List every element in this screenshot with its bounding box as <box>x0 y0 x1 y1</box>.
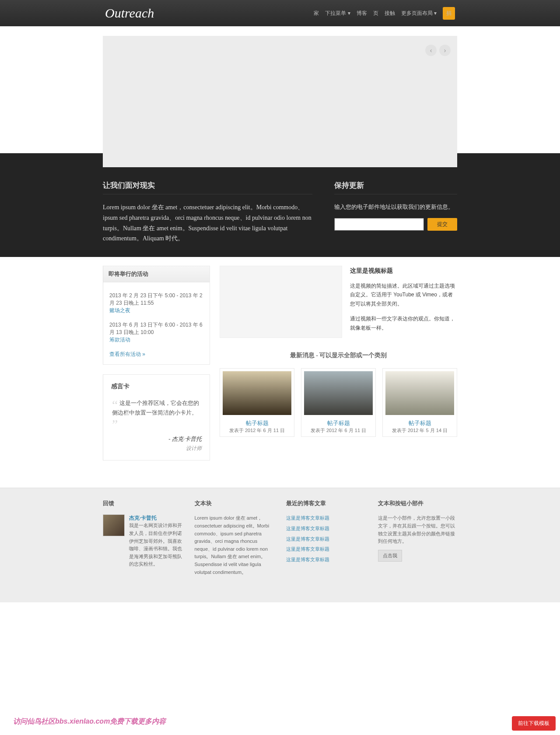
video-desc: 这是视频的简短描述。此区域可通过主题选项自定义。它适用于 YouTube 或 V… <box>350 281 457 308</box>
post-title-link[interactable]: 帖子标题 <box>409 420 431 426</box>
cta-section: 让我们面对现实 Lorem ipsum dolor 坐在 amet，consec… <box>0 153 560 257</box>
event-link[interactable]: 赌场之夜 <box>109 307 130 313</box>
nav-blog[interactable]: 博客 <box>357 10 367 17</box>
footer-heading: 文本块 <box>195 499 274 507</box>
testimonial-widget: 感言卡 “ 这是一个推荐区域，它会在您的侧边栏中放置一张简洁的小卡片。 ” - … <box>103 374 210 461</box>
event-time: 2013 年 6 月 13 日下午 6:00 - 2013 年 6 月 13 日… <box>109 321 203 336</box>
testimonial-role: 设计师 <box>111 445 202 452</box>
author-bio: 我是一名网页设计师和开发人员，目前住在伊利诺伊州芝加哥郊外。我喜欢咖啡、漫画书和… <box>129 522 182 568</box>
sidebar: 即将举行的活动 2013 年 2 月 23 日下午 5:00 - 2013 年 … <box>103 266 210 470</box>
video-desc: 通过视频和一些文字表达你的观点。你知道，就像老板一样。 <box>350 314 457 332</box>
hero-slider: ‹ › <box>103 36 457 167</box>
author-link[interactable]: 杰克·卡普托 <box>129 515 157 521</box>
subscribe-text: 输入您的电子邮件地址以获取我们的更新信息。 <box>334 202 457 212</box>
footer-heading: 回馈 <box>103 499 182 507</box>
post-card[interactable]: 帖子标题 发表于 2012 年 6 月 11 日 <box>301 368 376 437</box>
post-card[interactable]: 帖子标题 发表于 2012 年 6 月 11 日 <box>220 368 294 437</box>
events-widget-title: 即将举行的活动 <box>103 266 210 282</box>
main-nav: 家 下拉菜单 ▾ 博客 页 接触 更多页面布局 ▾ 捐 <box>314 7 455 20</box>
footer-heading: 文本和按钮小部件 <box>378 499 458 507</box>
email-input[interactable] <box>334 218 424 231</box>
testimonial-quote: “ 这是一个推荐区域，它会在您的侧边栏中放置一张简洁的小卡片。 ” <box>111 398 202 427</box>
post-date: 发表于 2012 年 6 月 11 日 <box>304 427 373 434</box>
news-heading: 最新消息 - 可以显示全部或一个类别 <box>220 352 457 359</box>
footer-text: Lorem ipsum dolor 坐在 amet，consectetuer a… <box>195 514 274 576</box>
video-title: 这里是视频标题 <box>350 266 457 276</box>
recent-post-link[interactable]: 这里是博客文章标题 <box>286 557 329 562</box>
event-item: 2013 年 6 月 13 日下午 6:00 - 2013 年 6 月 13 日… <box>109 318 203 347</box>
post-image <box>385 371 454 415</box>
all-events-link[interactable]: 查看所有活动 » <box>109 351 203 358</box>
footer-col-feedback: 回馈 杰克·卡普托 我是一名网页设计师和开发人员，目前住在伊利诺伊州芝加哥郊外。… <box>103 499 182 576</box>
testimonial-title: 感言卡 <box>111 383 202 390</box>
nav-home[interactable]: 家 <box>314 10 319 17</box>
events-widget: 即将举行的活动 2013 年 2 月 23 日下午 5:00 - 2013 年 … <box>103 266 210 365</box>
quote-close-icon: ” <box>112 417 118 431</box>
recent-post-link[interactable]: 这里是博客文章标题 <box>286 526 329 531</box>
event-item: 2013 年 2 月 23 日下午 5:00 - 2013 年 2 月 23 日… <box>109 288 203 318</box>
logo[interactable]: Outreach <box>105 6 154 21</box>
submit-button[interactable]: 提交 <box>427 218 457 231</box>
recent-post-link[interactable]: 这里是博客文章标题 <box>286 536 329 542</box>
subscribe-heading: 保持更新 <box>334 180 457 194</box>
slider-next-button[interactable]: › <box>439 45 451 56</box>
cta-text: Lorem ipsum dolor 坐在 amet，consectetuer a… <box>103 202 312 244</box>
post-image <box>304 371 373 415</box>
post-card[interactable]: 帖子标题 发表于 2012 年 5 月 14 日 <box>382 368 457 437</box>
video-placeholder[interactable] <box>220 266 342 338</box>
recent-post-link[interactable]: 这里是博客文章标题 <box>286 515 329 520</box>
nav-more[interactable]: 更多页面布局 ▾ <box>401 10 437 17</box>
event-time: 2013 年 2 月 23 日下午 5:00 - 2013 年 2 月 23 日… <box>109 292 203 307</box>
click-me-button[interactable]: 点击我 <box>378 550 402 562</box>
nav-contact[interactable]: 接触 <box>385 10 395 17</box>
quote-open-icon: “ <box>112 397 118 412</box>
slider-prev-button[interactable]: ‹ <box>425 45 437 56</box>
nav-page[interactable]: 页 <box>373 10 378 17</box>
footer-col-text: 文本块 Lorem ipsum dolor 坐在 amet，consectetu… <box>195 499 274 576</box>
footer-col-button: 文本和按钮小部件 这是一个小部件，允许您放置一小段文字，并在其后跟一个按钮。您可… <box>378 499 458 576</box>
footer-col-recent: 最近的博客文章 这里是博客文章标题 这里是博客文章标题 这里是博客文章标题 这里… <box>286 499 366 576</box>
avatar <box>103 514 125 536</box>
post-image <box>223 371 291 415</box>
footer: 回馈 杰克·卡普托 我是一名网页设计师和开发人员，目前住在伊利诺伊州芝加哥郊外。… <box>0 488 560 602</box>
post-date: 发表于 2012 年 6 月 11 日 <box>223 427 291 434</box>
post-title-link[interactable]: 帖子标题 <box>327 420 350 426</box>
nav-dropdown[interactable]: 下拉菜单 ▾ <box>325 10 350 17</box>
cta-heading: 让我们面对现实 <box>103 180 312 194</box>
donate-button[interactable]: 捐 <box>443 7 455 20</box>
post-date: 发表于 2012 年 5 月 14 日 <box>385 427 454 434</box>
main-content: 这里是视频标题 这是视频的简短描述。此区域可通过主题选项自定义。它适用于 You… <box>220 266 457 470</box>
recent-post-link[interactable]: 这里是博客文章标题 <box>286 546 329 552</box>
event-link[interactable]: 筹款活动 <box>109 337 130 343</box>
footer-heading: 最近的博客文章 <box>286 499 366 507</box>
footer-text: 这是一个小部件，允许您放置一小段文字，并在其后跟一个按钮。您可以独立设置主题其余… <box>378 514 458 545</box>
header: Outreach 家 下拉菜单 ▾ 博客 页 接触 更多页面布局 ▾ 捐 <box>0 0 560 26</box>
testimonial-author: - 杰克·卡普托 <box>111 435 202 443</box>
post-title-link[interactable]: 帖子标题 <box>246 420 269 426</box>
